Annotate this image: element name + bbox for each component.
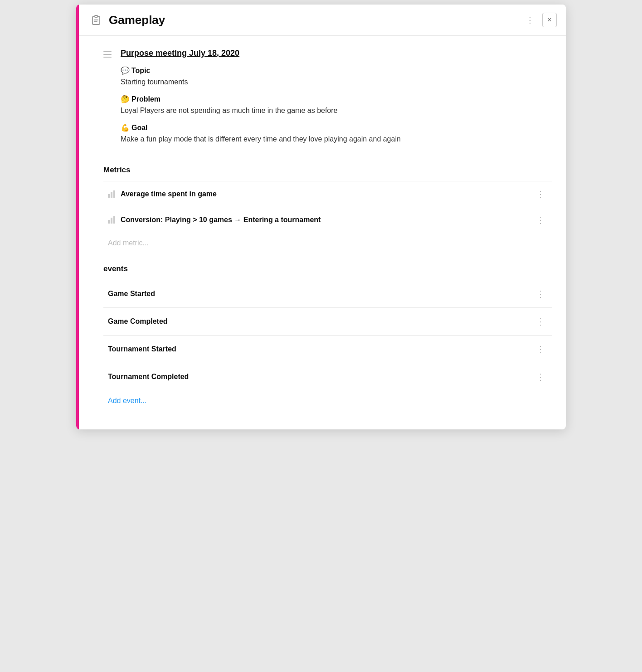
window-header-icon (89, 13, 103, 27)
event-more-button-1[interactable] (533, 315, 548, 328)
event-row-1: Game Completed (103, 307, 552, 335)
header-more-button[interactable]: ⋮ (522, 13, 538, 27)
close-icon: × (547, 16, 551, 24)
add-event-button[interactable]: Add event... (103, 390, 552, 411)
svg-rect-0 (95, 15, 97, 17)
purpose-topic: 💬 Topic Starting tournaments (121, 66, 552, 88)
purpose-goal: 💪 Goal Make a fun play mode that is diff… (121, 123, 552, 145)
events-section: events Game Started Game Completed Tourn… (103, 264, 552, 411)
drag-handle[interactable] (103, 49, 112, 152)
topic-text: Starting tournaments (121, 77, 552, 88)
event-more-button-2[interactable] (533, 343, 548, 355)
window-content: Purpose meeting July 18, 2020 💬 Topic St… (76, 36, 566, 429)
metric-label-0: Average time spent in game (121, 190, 528, 198)
problem-label: Problem (131, 95, 160, 103)
header-close-button[interactable]: × (542, 13, 557, 27)
metric-row-1: Conversion: Playing > 10 games → Enterin… (103, 207, 552, 233)
event-label-1: Game Completed (108, 317, 533, 326)
purpose-meeting-title[interactable]: Purpose meeting July 18, 2020 (121, 49, 552, 58)
topic-label: Topic (131, 67, 150, 75)
gameplay-window: Gameplay ⋮ × Purpose meeting July 18, 20… (76, 5, 566, 429)
event-label-3: Tournament Completed (108, 373, 533, 381)
goal-label: Goal (131, 124, 148, 132)
event-row-0: Game Started (103, 280, 552, 307)
purpose-body: Purpose meeting July 18, 2020 💬 Topic St… (121, 49, 552, 152)
metric-more-button-1[interactable] (533, 214, 548, 226)
event-row-3: Tournament Completed (103, 363, 552, 390)
window-title: Gameplay (109, 13, 522, 27)
events-section-title: events (103, 264, 552, 273)
purpose-section: Purpose meeting July 18, 2020 💬 Topic St… (103, 36, 552, 161)
barchart-icon-1 (108, 216, 115, 224)
add-metric-button[interactable]: Add metric... (103, 233, 552, 253)
barchart-icon-0 (108, 190, 115, 198)
purpose-problem-header: 🤔 Problem (121, 95, 552, 103)
event-more-button-0[interactable] (533, 287, 548, 300)
metric-row-0: Average time spent in game (103, 181, 552, 207)
metrics-section-title: Metrics (103, 166, 552, 175)
goal-text: Make a fun play mode that is different e… (121, 134, 552, 145)
problem-emoji: 🤔 (121, 95, 130, 103)
purpose-goal-header: 💪 Goal (121, 123, 552, 132)
window-header: Gameplay ⋮ × (76, 5, 566, 36)
event-row-2: Tournament Started (103, 335, 552, 363)
topic-emoji: 💬 (121, 66, 130, 75)
metric-label-1: Conversion: Playing > 10 games → Enterin… (121, 216, 528, 224)
event-more-button-3[interactable] (533, 370, 548, 383)
event-label-0: Game Started (108, 290, 533, 298)
goal-emoji: 💪 (121, 123, 130, 132)
header-actions: ⋮ × (522, 13, 557, 27)
metric-more-button-0[interactable] (533, 188, 548, 200)
metrics-section: Metrics Average time spent in game Conve… (103, 166, 552, 253)
purpose-problem: 🤔 Problem Loyal Players are not spending… (121, 95, 552, 116)
purpose-topic-header: 💬 Topic (121, 66, 552, 75)
event-label-2: Tournament Started (108, 345, 533, 353)
problem-text: Loyal Players are not spending as much t… (121, 105, 552, 116)
